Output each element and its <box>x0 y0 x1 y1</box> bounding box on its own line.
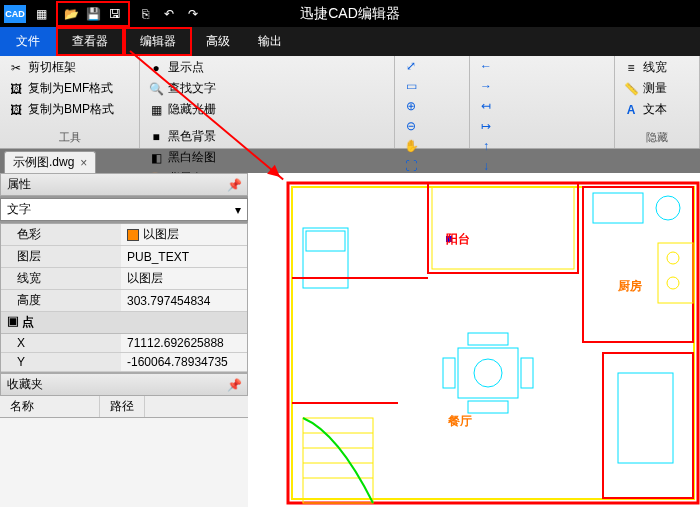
copy-emf-button[interactable]: 🖼复制为EMF格式 <box>6 79 133 98</box>
svg-rect-13 <box>443 358 455 388</box>
bmp-icon: 🖼 <box>8 102 24 118</box>
viewer-tab[interactable]: 查看器 <box>56 27 124 56</box>
nav-right-icon[interactable]: → <box>476 78 496 94</box>
prop-row-height[interactable]: 高度 303.797454834 <box>1 290 247 312</box>
emf-icon: 🖼 <box>8 81 24 97</box>
save-icon[interactable]: 💾 <box>82 3 104 25</box>
zoom-in-icon[interactable]: ⊕ <box>401 98 421 114</box>
prop-value: 71112.692625888 <box>121 334 247 352</box>
find-text-button[interactable]: 🔍查找文字 <box>146 79 388 98</box>
prop-value: 以图层 <box>121 224 247 245</box>
room-label-balcony: 阳台 <box>446 231 470 248</box>
nav-rightfast-icon[interactable]: ↦ <box>476 118 496 134</box>
room-label-dining: 餐厅 <box>448 413 472 430</box>
svg-rect-24 <box>618 373 673 463</box>
app-logo: CAD <box>4 5 26 23</box>
qat-highlight-box: 📂 💾 🖫 <box>56 1 130 27</box>
hide-raster-button[interactable]: ▦隐藏光栅 <box>146 100 388 119</box>
label: 文本 <box>643 101 667 118</box>
svg-rect-15 <box>468 333 508 345</box>
nav-leftfast-icon[interactable]: ↤ <box>476 98 496 114</box>
output-tab[interactable]: 输出 <box>244 27 296 56</box>
measure-button[interactable]: 📏测量 <box>621 79 693 98</box>
label: 查找文字 <box>168 80 216 97</box>
nav-down-icon[interactable]: ↓ <box>476 158 496 174</box>
col-name[interactable]: 名称 <box>0 396 100 417</box>
prop-key: 高度 <box>1 290 121 311</box>
open-icon[interactable]: 📂 <box>60 3 82 25</box>
label: 隐藏光栅 <box>168 101 216 118</box>
ribbon: ✂剪切框架 🖼复制为EMF格式 🖼复制为BMP格式 工具 ●显示点 🔍查找文字 … <box>0 56 700 149</box>
prop-key: 图层 <box>1 246 121 267</box>
zoom-out-icon[interactable]: ⊖ <box>401 118 421 134</box>
prop-key: 线宽 <box>1 268 121 289</box>
quick-access-toolbar: ▦ 📂 💾 🖫 ⎘ ↶ ↷ <box>30 1 204 27</box>
file-tab[interactable]: 文件 <box>0 27 56 56</box>
new-icon[interactable]: ▦ <box>30 3 52 25</box>
ribbon-group-cad-settings: ●显示点 🔍查找文字 ▦隐藏光栅 ■黑色背景 ◧黑白绘图 🎨背景色 ◯圆滑弧形 … <box>140 56 395 148</box>
drawing-canvas[interactable]: 阳台 厨房 餐厅 <box>248 173 700 507</box>
black-bg-button[interactable]: ■黑色背景 <box>146 127 388 146</box>
ribbon-group-hide: ≡线宽 📏测量 A文本 隐藏 <box>615 56 700 148</box>
text-button[interactable]: A文本 <box>621 100 693 119</box>
bw-icon: ◧ <box>148 150 164 166</box>
pin-icon[interactable]: 📌 <box>227 178 241 192</box>
undo-icon[interactable]: ↶ <box>158 3 180 25</box>
redo-icon[interactable]: ↷ <box>182 3 204 25</box>
pan-icon[interactable]: ✋ <box>401 138 421 154</box>
print-icon[interactable]: ⎘ <box>134 3 156 25</box>
svg-rect-16 <box>468 401 508 413</box>
crop-frame-button[interactable]: ✂剪切框架 <box>6 58 133 77</box>
prop-row-lineweight[interactable]: 线宽 以图层 <box>1 268 247 290</box>
ribbon-group-tools: ✂剪切框架 🖼复制为EMF格式 🖼复制为BMP格式 工具 <box>0 56 140 148</box>
linewidth-button[interactable]: ≡线宽 <box>621 58 693 77</box>
prop-section-point[interactable]: ▣ 点 <box>1 312 247 334</box>
prop-row-color[interactable]: 色彩 以图层 <box>1 224 247 246</box>
prop-row-y[interactable]: Y -160064.78934735 <box>1 353 247 372</box>
nav-up-icon[interactable]: ↑ <box>476 138 496 154</box>
col-path[interactable]: 路径 <box>100 396 145 417</box>
svg-point-8 <box>667 252 679 264</box>
document-tab[interactable]: 示例图.dwg × <box>4 151 96 173</box>
svg-point-6 <box>656 196 680 220</box>
color-swatch <box>127 229 139 241</box>
favorites-list[interactable] <box>0 418 248 507</box>
object-type-combo[interactable]: 文字 ▾ <box>0 198 248 221</box>
panel-title: 收藏夹 <box>7 376 43 393</box>
section-label: 点 <box>22 315 34 329</box>
close-tab-icon[interactable]: × <box>80 156 87 170</box>
svg-rect-18 <box>303 418 373 503</box>
panel-title: 属性 <box>7 176 31 193</box>
svg-rect-4 <box>583 187 693 342</box>
prop-row-x[interactable]: X 71112.692625888 <box>1 334 247 353</box>
pin-icon[interactable]: 📌 <box>227 378 241 392</box>
copy-bmp-button[interactable]: 🖼复制为BMP格式 <box>6 100 133 119</box>
prop-value: PUB_TEXT <box>121 246 247 267</box>
combo-value: 文字 <box>7 201 31 218</box>
advanced-tab[interactable]: 高级 <box>192 27 244 56</box>
zoom-ext-icon[interactable]: ⤢ <box>401 58 421 74</box>
label: 线宽 <box>643 59 667 76</box>
prop-key: Y <box>1 353 121 371</box>
show-points-button[interactable]: ●显示点 <box>146 58 388 77</box>
title-bar: CAD ▦ 📂 💾 🖫 ⎘ ↶ ↷ 迅捷CAD编辑器 <box>0 0 700 27</box>
label: 显示点 <box>168 59 204 76</box>
label: 黑色背景 <box>168 128 216 145</box>
svg-rect-14 <box>521 358 533 388</box>
work-area: 属性 📌 文字 ▾ 色彩 以图层 图层 PUB_TEXT 线宽 以图层 高度 3… <box>0 173 700 507</box>
ribbon-group-position: ⤢ ▭ ⊕ ⊖ ✋ ⛶ 位置 <box>395 56 470 148</box>
favorites-columns: 名称 路径 <box>0 396 248 418</box>
zoom-win-icon[interactable]: ▭ <box>401 78 421 94</box>
floorplan-svg <box>248 173 700 507</box>
doc-name: 示例图.dwg <box>13 154 74 171</box>
properties-header: 属性 📌 <box>0 173 248 196</box>
nav-left-icon[interactable]: ← <box>476 58 496 74</box>
bw-draw-button[interactable]: ◧黑白绘图 <box>146 148 388 167</box>
editor-tab[interactable]: 编辑器 <box>124 27 192 56</box>
prop-row-layer[interactable]: 图层 PUB_TEXT <box>1 246 247 268</box>
ribbon-group-browse: ← → ↤ ↦ ↑ ↓ ↺ ↻ ⌂ ◈ ◉ 浏览 <box>470 56 615 148</box>
label: 复制为EMF格式 <box>28 80 113 97</box>
saveas-icon[interactable]: 🖫 <box>104 3 126 25</box>
fit-icon[interactable]: ⛶ <box>401 158 421 174</box>
prop-key: X <box>1 334 121 352</box>
